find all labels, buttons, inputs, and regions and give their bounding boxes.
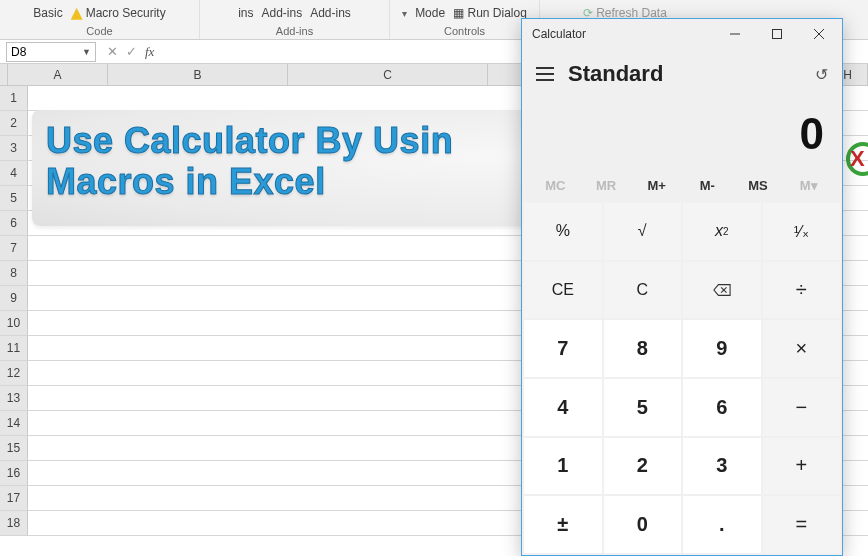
logo-fragment: X xyxy=(844,140,868,180)
memory-ms[interactable]: MS xyxy=(733,169,784,201)
key-4[interactable]: 4 xyxy=(524,379,602,436)
key-x²[interactable]: x2 xyxy=(683,203,761,260)
key-divide[interactable]: ÷ xyxy=(763,262,841,319)
row-header-18[interactable]: 18 xyxy=(0,511,28,535)
memory-mr: MR xyxy=(581,169,632,201)
key-CE[interactable]: CE xyxy=(524,262,602,319)
ribbon-group-code-label: Code xyxy=(86,25,112,37)
key-6[interactable]: 6 xyxy=(683,379,761,436)
ribbon-mode[interactable]: Mode xyxy=(415,6,445,20)
key-percent[interactable]: % xyxy=(524,203,602,260)
column-header-B[interactable]: B xyxy=(108,64,288,85)
key-C[interactable]: C xyxy=(604,262,682,319)
memory-mdropdown: M▾ xyxy=(783,169,834,201)
row-header-6[interactable]: 6 xyxy=(0,211,28,235)
key-0[interactable]: 0 xyxy=(604,496,682,553)
row-header-12[interactable]: 12 xyxy=(0,361,28,385)
hamburger-menu-icon[interactable] xyxy=(536,67,554,81)
memory-row: MCMRM+M-MSM▾ xyxy=(522,169,842,201)
svg-rect-1 xyxy=(773,30,782,39)
row-header-11[interactable]: 11 xyxy=(0,336,28,360)
row-header-2[interactable]: 2 xyxy=(0,111,28,135)
fx-icon[interactable]: fx xyxy=(145,44,154,60)
ribbon-macro-security[interactable]: Macro Security xyxy=(71,6,166,20)
row-header-8[interactable]: 8 xyxy=(0,261,28,285)
name-box[interactable]: D8 ▼ xyxy=(6,42,96,62)
row-header-17[interactable]: 17 xyxy=(0,486,28,510)
row-header-5[interactable]: 5 xyxy=(0,186,28,210)
row-header-9[interactable]: 9 xyxy=(0,286,28,310)
key-3[interactable]: 3 xyxy=(683,438,761,495)
key-9[interactable]: 9 xyxy=(683,320,761,377)
key-reciprocal[interactable]: ¹⁄ₓ xyxy=(763,203,841,260)
ribbon-basic[interactable]: Basic xyxy=(33,6,62,20)
calculator-display: 0 xyxy=(522,99,842,169)
key-plus[interactable]: + xyxy=(763,438,841,495)
close-button[interactable] xyxy=(798,19,840,49)
ribbon-group-controls-label: Controls xyxy=(444,25,485,37)
row-header-16[interactable]: 16 xyxy=(0,461,28,485)
name-box-dropdown-icon[interactable]: ▼ xyxy=(82,47,91,57)
calculator-title: Calculator xyxy=(532,27,586,41)
key-decimal[interactable]: . xyxy=(683,496,761,553)
name-box-value: D8 xyxy=(11,45,26,59)
row-header-13[interactable]: 13 xyxy=(0,386,28,410)
key-plusminus[interactable]: ± xyxy=(524,496,602,553)
key-backspace[interactable] xyxy=(683,262,761,319)
warning-icon xyxy=(71,8,83,20)
minimize-button[interactable] xyxy=(714,19,756,49)
key-sqrt[interactable]: √ xyxy=(604,203,682,260)
row-header-10[interactable]: 10 xyxy=(0,311,28,335)
key-7[interactable]: 7 xyxy=(524,320,602,377)
history-icon[interactable]: ↺ xyxy=(815,65,828,84)
column-header-A[interactable]: A xyxy=(8,64,108,85)
row-header-7[interactable]: 7 xyxy=(0,236,28,260)
formula-cancel-icon: ✕ xyxy=(107,44,118,60)
ribbon-ins[interactable]: ins xyxy=(238,6,253,20)
row-header-15[interactable]: 15 xyxy=(0,436,28,460)
memory-m+[interactable]: M+ xyxy=(631,169,682,201)
column-header-C[interactable]: C xyxy=(288,64,488,85)
memory-m-[interactable]: M- xyxy=(682,169,733,201)
calculator-mode: Standard xyxy=(568,61,801,87)
calculator-titlebar[interactable]: Calculator xyxy=(522,19,842,49)
row-header-1[interactable]: 1 xyxy=(0,86,28,110)
memory-mc: MC xyxy=(530,169,581,201)
dropdown-arrow-icon[interactable]: ▾ xyxy=(402,8,407,19)
row-header-3[interactable]: 3 xyxy=(0,136,28,160)
formula-enter-icon: ✓ xyxy=(126,44,137,60)
ribbon-addins1[interactable]: Add-ins xyxy=(261,6,302,20)
key-equals[interactable]: = xyxy=(763,496,841,553)
key-minus[interactable]: − xyxy=(763,379,841,436)
ribbon-group-addins-label: Add-ins xyxy=(276,25,313,37)
maximize-button[interactable] xyxy=(756,19,798,49)
key-1[interactable]: 1 xyxy=(524,438,602,495)
key-5[interactable]: 5 xyxy=(604,379,682,436)
key-2[interactable]: 2 xyxy=(604,438,682,495)
key-multiply[interactable]: × xyxy=(763,320,841,377)
calculator-window: Calculator Standard ↺ 0 MCMRM+M-MSM▾ %√x… xyxy=(521,18,843,556)
select-all-corner[interactable] xyxy=(0,64,8,85)
row-header-4[interactable]: 4 xyxy=(0,161,28,185)
ribbon-run-dialog[interactable]: ▦ Run Dialog xyxy=(453,6,527,20)
key-8[interactable]: 8 xyxy=(604,320,682,377)
calculator-keypad: %√x2¹⁄ₓCEC÷789×456−123+±0.= xyxy=(522,201,842,555)
ribbon-addins2[interactable]: Add-ins xyxy=(310,6,351,20)
row-header-14[interactable]: 14 xyxy=(0,411,28,435)
